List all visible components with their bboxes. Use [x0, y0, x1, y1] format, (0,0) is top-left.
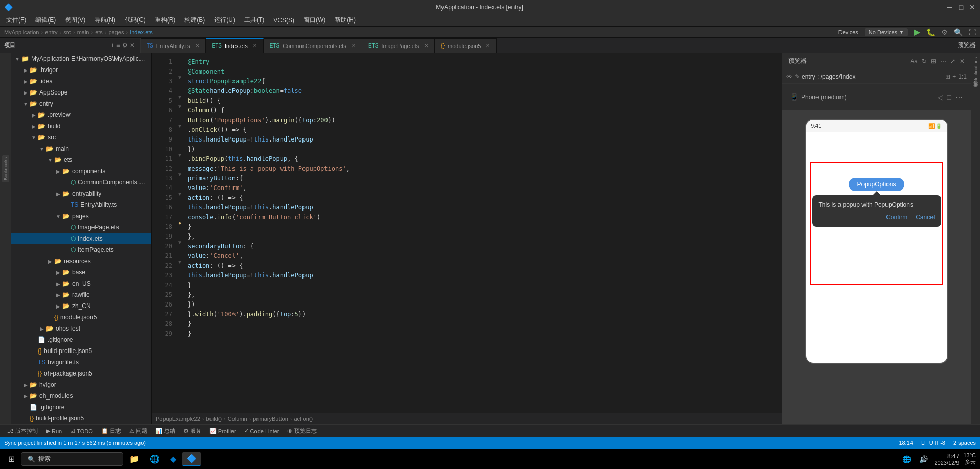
profiler-btn[interactable]: 📈 Profiler — [206, 427, 239, 435]
breadcrumb-item[interactable]: pages — [109, 29, 124, 35]
tab-close-active-icon[interactable]: ✕ — [253, 43, 257, 49]
tab-close-icon4[interactable]: ✕ — [486, 43, 490, 49]
volume-icon[interactable]: 🔊 — [917, 454, 930, 464]
breadcrumb-item[interactable]: entry — [45, 29, 57, 35]
tree-item-ohostest[interactable]: ▶ 📂 ohosTest — [11, 323, 151, 334]
tree-item-itempage[interactable]: ▶ ⬡ ItemPage.ets — [11, 244, 151, 255]
tab-close-icon3[interactable]: ✕ — [424, 43, 428, 49]
collapse-5[interactable]: ▼ — [177, 94, 183, 100]
tree-item-ets[interactable]: ▼ 📂 ets — [11, 154, 151, 166]
preview-zoom-in-btn[interactable]: + — [952, 73, 956, 80]
preview-settings-btn[interactable]: Aa — [910, 58, 918, 65]
panel-close-btn[interactable]: ✕ — [129, 41, 136, 50]
menu-run[interactable]: 运行(U) — [210, 15, 239, 26]
maximize-button[interactable]: □ — [958, 4, 965, 11]
close-button[interactable]: ✕ — [969, 4, 976, 11]
tab-common-components[interactable]: ETS CommonComponents.ets ✕ — [264, 38, 362, 53]
tab-image-page[interactable]: ETS ImagePage.ets ✕ — [362, 38, 435, 53]
tab-module-json[interactable]: {} module.json5 ✕ — [435, 38, 497, 53]
tree-item-rawfile[interactable]: ▶ 📂 rawfile — [11, 289, 151, 300]
collapse-8[interactable]: ▼ — [177, 123, 183, 129]
collapse-6[interactable]: ▼ — [177, 104, 183, 109]
tab-entryability[interactable]: TS EntryAbility.ts ✕ — [141, 38, 206, 53]
menu-refactor[interactable]: 重构(R) — [151, 15, 180, 26]
panel-collapse-btn[interactable]: ≡ — [115, 41, 121, 50]
tab-index-ets[interactable]: ETS Index.ets ✕ — [206, 38, 264, 53]
tree-item-base[interactable]: ▶ 📂 base — [11, 267, 151, 278]
panel-settings-btn[interactable]: ⚙ — [121, 41, 129, 50]
preview-expand-btn[interactable]: ⤢ — [950, 58, 955, 65]
preview-log-btn[interactable]: 👁 预览日志 — [284, 426, 320, 436]
notifications-label[interactable]: Notifications — [972, 55, 979, 84]
menu-file[interactable]: 文件(F) — [2, 15, 30, 26]
tree-item-hvigor-folder[interactable]: ▶ 📂 hvigor — [11, 379, 151, 390]
tree-item-index[interactable]: ▶ ⬡ Index.ets — [11, 233, 151, 244]
preview-close-btn[interactable]: ✕ — [960, 58, 965, 65]
collapse-15[interactable]: ▼ — [177, 191, 183, 197]
tree-item-idea[interactable]: ▶ 📂 .idea — [11, 76, 151, 87]
collapse-11[interactable]: ▼ — [177, 152, 183, 158]
menu-view[interactable]: 视图(V) — [61, 15, 89, 26]
taskbar-vscode[interactable]: ◆ — [166, 452, 180, 466]
tree-item-gitignore-entry[interactable]: ▶ 📄 .gitignore — [11, 334, 151, 345]
bottom-bc-item[interactable]: primaryButton — [253, 416, 288, 422]
tree-item-resources[interactable]: ▶ 📂 resources — [11, 255, 151, 267]
bottom-bc-item[interactable]: PopupExample22 — [156, 416, 200, 422]
no-devices-dropdown[interactable]: No Devices ▼ — [865, 28, 908, 36]
tree-item-entryability-file[interactable]: ▶ TS EntryAbility.ts — [11, 199, 151, 210]
device-more-btn[interactable]: ⋯ — [955, 93, 963, 101]
device-home-btn[interactable]: □ — [947, 93, 951, 101]
popup-options-button[interactable]: PopupOptions — [849, 178, 904, 191]
tree-item-imagepage[interactable]: ▶ ⬡ ImagePage.ets — [11, 222, 151, 233]
tree-item-hvigor[interactable]: ▶ 📂 .hvigor — [11, 64, 151, 76]
tree-item-en-us[interactable]: ▶ 📂 en_US — [11, 278, 151, 289]
preview-grid-btn[interactable]: ⊞ — [945, 73, 950, 80]
code-linter-btn[interactable]: ✓ Code Linter — [241, 427, 283, 435]
minimize-button[interactable]: ─ — [946, 4, 953, 11]
tree-item-build-profile-root[interactable]: ▶ {} build-profile.json5 — [11, 413, 151, 424]
preview-rotate-btn[interactable]: ↻ — [922, 58, 927, 65]
tree-item-oh-package[interactable]: ▶ {} oh-package.json5 — [11, 368, 151, 379]
tree-item-components[interactable]: ▶ 📂 components — [11, 166, 151, 177]
preview-layout-btn[interactable]: ⊞ — [931, 58, 936, 65]
version-control-btn[interactable]: ⎇ 版本控制 — [4, 426, 41, 436]
preview-zoom-out-btn[interactable]: 1:1 — [958, 73, 967, 80]
tree-item-entry[interactable]: ▼ 📂 entry — [11, 98, 151, 109]
collapse-3[interactable]: ▼ — [177, 75, 183, 80]
tree-item-project[interactable]: ▼ 📁 MyApplication E:\HarmonyOS\MyApplica… — [11, 53, 151, 64]
tree-item-src[interactable]: ▼ 📂 src — [11, 132, 151, 143]
tree-item-build[interactable]: ▶ 📂 build — [11, 121, 151, 132]
fullscreen-button[interactable]: ⛶ — [969, 28, 976, 36]
breadcrumb-item[interactable]: MyApplication — [4, 29, 39, 35]
collapse-22[interactable]: ▼ — [177, 259, 183, 265]
tree-item-zh-cn[interactable]: ▶ 📂 zh_CN — [11, 300, 151, 312]
tab-close-icon2[interactable]: ✕ — [352, 43, 356, 49]
start-button[interactable]: ⊞ — [4, 452, 19, 466]
search-button[interactable]: 🔍 — [954, 28, 963, 36]
tree-item-pages[interactable]: ▼ 📂 pages — [11, 210, 151, 222]
breadcrumb-item[interactable]: main — [77, 29, 89, 35]
tree-item-appscope[interactable]: ▶ 📂 AppScope — [11, 87, 151, 98]
menu-help[interactable]: 帮助(H) — [331, 15, 360, 26]
taskbar-explorer[interactable]: 📁 — [125, 452, 144, 466]
tree-item-build-profile-entry[interactable]: ▶ {} build-profile.json5 — [11, 345, 151, 357]
taskbar-search[interactable]: 🔍 搜索 — [21, 452, 123, 466]
code-editor[interactable]: @Entry @Component struct PopupExample22 … — [183, 53, 782, 413]
menu-vcs[interactable]: VCS(S) — [269, 16, 298, 25]
taskbar-deveco[interactable]: 🔷 — [182, 452, 201, 466]
panel-new-file-btn[interactable]: + — [110, 41, 115, 50]
collapse-13[interactable]: ▼ — [177, 172, 183, 177]
tree-item-main[interactable]: ▼ 📂 main — [11, 143, 151, 154]
popup-confirm-button[interactable]: Confirm — [886, 214, 907, 221]
tree-item-preview[interactable]: ▶ 📂 .preview — [11, 109, 151, 121]
tree-item-entryability-folder[interactable]: ▶ 📂 entryability — [11, 188, 151, 199]
todo-btn[interactable]: ☑ TODO — [67, 427, 96, 435]
tree-item-module-json[interactable]: ▶ {} module.json5 — [11, 312, 151, 323]
collapse-20[interactable]: ▼ — [177, 240, 183, 245]
menu-edit[interactable]: 编辑(E) — [31, 15, 60, 26]
taskbar-chrome[interactable]: 🌐 — [146, 452, 164, 466]
log-btn[interactable]: 📋 日志 — [98, 426, 124, 436]
tree-item-commoncomponents[interactable]: ▶ ⬡ CommonComponents.ets — [11, 177, 151, 188]
tree-item-gitignore-root[interactable]: ▶ 📄 .gitignore — [11, 402, 151, 413]
bookmarks-label[interactable]: Bookmarks — [2, 155, 9, 182]
